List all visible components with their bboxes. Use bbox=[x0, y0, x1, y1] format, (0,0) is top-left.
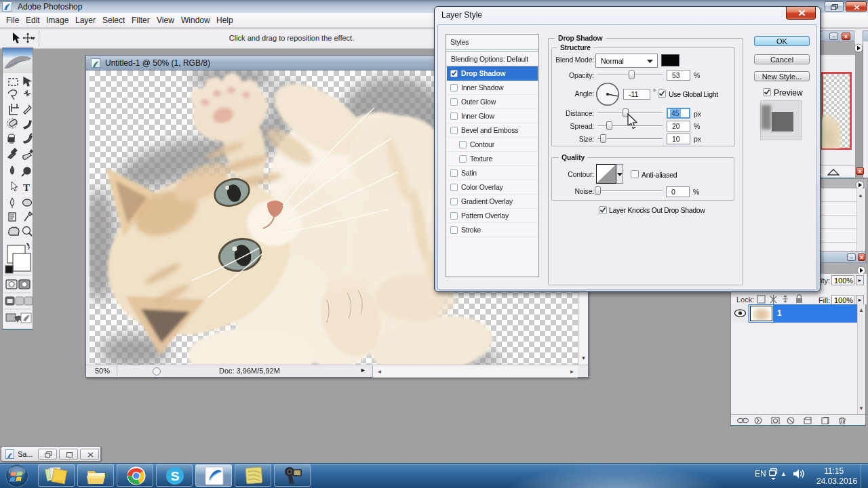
svg-text:S: S bbox=[171, 469, 180, 483]
svg-text:T: T bbox=[23, 182, 30, 193]
